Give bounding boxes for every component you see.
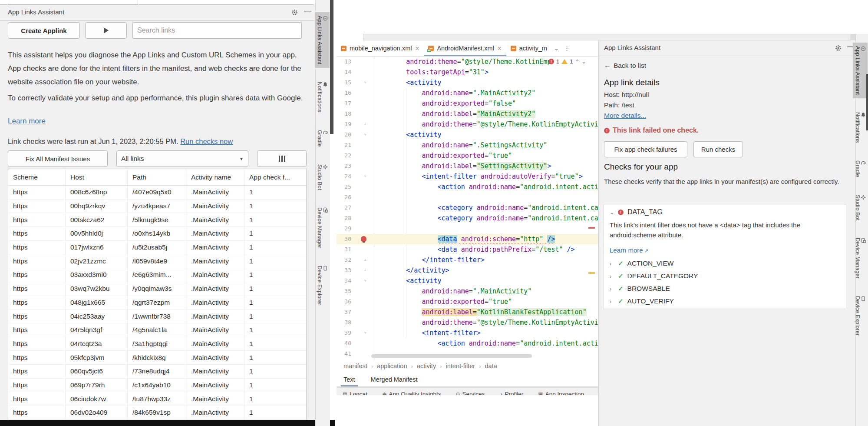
- tool-strip-tab-app-links-assistant[interactable]: App Links Assistant: [853, 43, 868, 98]
- table-row[interactable]: https03axxd3mi0/e6g63mim....MainActivity…: [8, 268, 306, 282]
- tool-strip-tab-notifications[interactable]: Notifications: [853, 109, 868, 146]
- tool-strip-tab-device-explorer[interactable]: Device Explorer: [315, 262, 330, 309]
- error-stripe-mark[interactable]: [588, 227, 595, 229]
- tool-strip-tab-studio-bot[interactable]: Studio Bot: [315, 161, 330, 194]
- code-line[interactable]: 34▿ <activity: [337, 276, 598, 286]
- table-row[interactable]: https069p7r79rh/c1x64yab10.MainActivity1: [8, 379, 306, 393]
- bottom-tool-tab-app-quality-insights[interactable]: ◉App Quality Insights: [382, 388, 441, 395]
- fix-app-check-failures-button[interactable]: Fix app check failures: [604, 141, 687, 157]
- table-row[interactable]: https02jv21zzmc/l059v8t4e9.MainActivity1: [8, 254, 306, 268]
- close-icon[interactable]: ✕: [415, 45, 419, 52]
- code-line[interactable]: 26: [337, 192, 598, 203]
- code-line[interactable]: 33▵ </activity>: [337, 265, 598, 276]
- fix-all-manifest-issues-button[interactable]: Fix All Manifest Issues: [8, 150, 108, 167]
- tool-strip-tab-notifications[interactable]: Notifications: [315, 78, 330, 116]
- links-filter-dropdown[interactable]: All links ▼: [116, 150, 248, 167]
- code-line[interactable]: 35 android:name=".MainActivity": [337, 286, 598, 296]
- table-row[interactable]: https04rtcqtz3a/3a1hgptqgi.MainActivity1: [8, 337, 306, 351]
- tool-strip-tab-device-manager[interactable]: Device Manager: [853, 234, 868, 282]
- code-line[interactable]: 20▿ <activity: [337, 130, 598, 140]
- code-line[interactable]: 25 <action android:name="android.intent.…: [337, 182, 598, 192]
- code-line[interactable]: 16 android:name=".MainActivity2": [337, 88, 598, 98]
- gear-icon[interactable]: [835, 44, 842, 52]
- breadcrumb-item[interactable]: data: [485, 363, 497, 369]
- code-line[interactable]: 27 <category android:name="android.inten…: [337, 203, 598, 213]
- passed-check-row[interactable]: ›✓DEFAULT_CATEGORY: [610, 272, 698, 280]
- code-line[interactable]: 30 <data android:scheme="http" />: [337, 234, 598, 244]
- editor-tab-AndroidManifest.xml[interactable]: MFAndroidManifest.xml✕: [424, 40, 506, 56]
- tool-strip-tab-device-explorer[interactable]: Device Explorer: [853, 293, 868, 339]
- kebab-menu-icon[interactable]: ⋮: [561, 40, 572, 56]
- table-row[interactable]: https00hq9zrkqv/yzu4kpeas7.MainActivity1: [8, 200, 306, 213]
- table-row[interactable]: https00tskcza62/5lknugk9se.MainActivity1: [8, 213, 306, 227]
- code-line[interactable]: 15▿ <activity: [337, 77, 598, 88]
- search-input[interactable]: [132, 22, 302, 39]
- table-row[interactable]: https04ic253aay/1wwnfbr738.MainActivity1: [8, 310, 306, 323]
- bottom-tool-tab-app-inspection[interactable]: ▣App Inspection: [538, 388, 584, 395]
- editor-tab-activity_m[interactable]: activity_m: [506, 40, 551, 56]
- run-checks-button[interactable]: Run checks: [693, 141, 743, 157]
- close-icon[interactable]: ✕: [497, 45, 502, 52]
- code-line[interactable]: 40 <action android:name="android.intent.…: [337, 338, 598, 349]
- fold-marker-icon[interactable]: ▵: [362, 119, 369, 130]
- code-line[interactable]: 17 android:exported="false": [337, 98, 598, 109]
- failed-check-row[interactable]: ⌄ ! DATA_TAG: [610, 208, 663, 216]
- table-row[interactable]: https017jwlxzn6/u5t2usab5j.MainActivity1: [8, 241, 306, 255]
- more-details-link[interactable]: More details...: [604, 112, 646, 120]
- fold-marker-icon[interactable]: ▵: [362, 265, 369, 276]
- view-tab-merged-manifest[interactable]: Merged Manifest: [371, 372, 418, 386]
- code-line[interactable]: 32▵ </intent-filter>: [337, 255, 598, 265]
- chevron-down-icon[interactable]: ⌄: [551, 40, 561, 56]
- column-header[interactable]: Path: [128, 169, 186, 185]
- bottom-tool-tab-services[interactable]: ⊙Services: [455, 388, 485, 395]
- code-line[interactable]: 31 <data android:pathPrefix="/test" />: [337, 244, 598, 255]
- links-table-header[interactable]: SchemeHostPathActivity nameApp check f..…: [8, 169, 306, 186]
- code-line[interactable]: 22 android:exported="true": [337, 150, 598, 161]
- code-line[interactable]: 18 android:label="MainActivity2": [337, 109, 598, 119]
- code-line[interactable]: 39▿ <intent-filter>: [337, 328, 598, 338]
- view-tab-text[interactable]: Text: [343, 372, 355, 386]
- run-checks-now-link[interactable]: Run checks now: [180, 137, 233, 145]
- tool-strip-tab-gradle[interactable]: Gradle: [315, 126, 330, 150]
- column-header[interactable]: Host: [66, 169, 128, 185]
- inspection-widget[interactable]: ! 1 1 ⌃ ⌄: [548, 58, 586, 65]
- code-line[interactable]: 36 android:exported="true": [337, 296, 598, 307]
- code-editor[interactable]: 13 android:theme="@style/Theme.KotlinEmp…: [337, 57, 598, 359]
- code-line[interactable]: 38 android:theme="@style/Theme.KotlinEmp…: [337, 317, 598, 328]
- create-applink-button[interactable]: Create Applink: [8, 22, 80, 39]
- next-issue-icon[interactable]: ⌄: [582, 59, 586, 65]
- fold-marker-icon[interactable]: ▵: [362, 255, 369, 265]
- breadcrumb-item[interactable]: intent-filter: [446, 363, 475, 369]
- table-row[interactable]: https04r5lqn3gf/4g5nalc1la.MainActivity1: [8, 323, 306, 337]
- run-link-button[interactable]: [85, 22, 127, 39]
- passed-check-row[interactable]: ›✓AUTO_VERIFY: [610, 297, 674, 305]
- table-row[interactable]: https06ciudok7w/tu87hwp33z.MainActivity1: [8, 392, 306, 406]
- prev-issue-icon[interactable]: ⌃: [575, 59, 579, 65]
- breadcrumb-item[interactable]: application: [377, 363, 407, 369]
- fold-marker-icon[interactable]: ▿: [362, 130, 369, 140]
- table-row[interactable]: https00v5hhld0j/o0xhs14ykb.MainActivity1: [8, 227, 306, 241]
- breadcrumb-item[interactable]: manifest: [343, 363, 367, 369]
- learn-more-link[interactable]: Learn more: [8, 117, 46, 126]
- table-row[interactable]: https008c6z68np/407e09q5x0.MainActivity1: [8, 186, 306, 200]
- learn-more-link[interactable]: Learn more: [610, 246, 643, 254]
- tool-strip-tab-device-manager[interactable]: Device Manager: [315, 204, 330, 252]
- code-line[interactable]: 19▵ android:theme="@style/Theme.KotlinEm…: [337, 119, 598, 130]
- warning-stripe-mark[interactable]: [588, 272, 595, 274]
- fold-marker-icon[interactable]: ▿: [362, 328, 369, 338]
- column-settings-button[interactable]: [257, 150, 307, 167]
- breadcrumb-item[interactable]: activity: [417, 363, 436, 369]
- bottom-tool-tab-profiler[interactable]: ◔Profiler: [499, 388, 523, 395]
- table-row[interactable]: https03wq7w2kbu/y0qqimaw3s.MainActivity1: [8, 282, 306, 296]
- minimize-icon[interactable]: —: [304, 7, 311, 15]
- code-line[interactable]: 14 tools:targetApi="31">: [337, 67, 598, 77]
- column-header[interactable]: Activity name: [186, 169, 244, 185]
- passed-check-row[interactable]: ›✓ACTION_VIEW: [610, 260, 673, 267]
- tool-strip-tab-gradle[interactable]: Gradle: [853, 157, 868, 181]
- code-line[interactable]: 21 android:name=".SettingsActivity": [337, 140, 598, 150]
- error-bulb-icon[interactable]: [361, 236, 366, 242]
- code-line[interactable]: 29: [337, 223, 598, 234]
- gear-icon[interactable]: [291, 9, 298, 16]
- passed-check-row[interactable]: ›✓BROWSABLE: [610, 285, 670, 293]
- editor-tab-mobile_navigation.xml[interactable]: mobile_navigation.xml✕: [337, 40, 424, 56]
